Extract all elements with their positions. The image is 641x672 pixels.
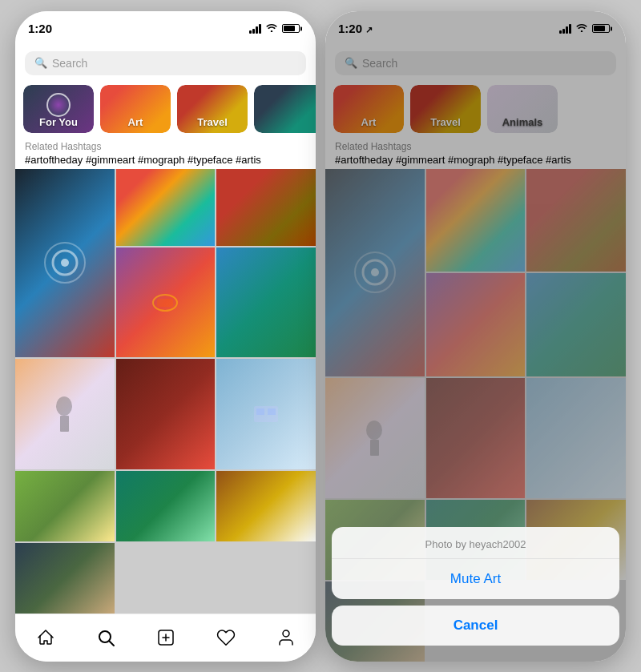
- wifi-icon: [265, 22, 278, 34]
- chip-travel-left[interactable]: Travel: [177, 85, 248, 133]
- photo-cell-3[interactable]: [216, 169, 316, 247]
- svg-rect-6: [60, 416, 69, 432]
- svg-rect-8: [256, 408, 264, 415]
- hashtags-section-left: Related Hashtags #artoftheday #gimmeart …: [15, 138, 316, 169]
- hashtags-text-left: #artoftheday #gimmeart #mograph #typefac…: [25, 154, 306, 166]
- search-placeholder-left: Search: [52, 57, 87, 70]
- status-bar-left: 1:20: [15, 11, 316, 46]
- photo-cell-1[interactable]: [15, 169, 115, 358]
- categories-left: For You Art Travel: [15, 80, 316, 138]
- action-sheet-options: Photo by heyach2002 Mute Art: [332, 527, 619, 599]
- avatar-for-you: [46, 93, 71, 117]
- action-sheet-overlay: Photo by heyach2002 Mute Art Cancel: [325, 11, 626, 662]
- photo-cell-12[interactable]: [15, 543, 115, 614]
- status-time-left: 1:20: [28, 22, 52, 35]
- photo-cell-7[interactable]: [116, 359, 216, 469]
- mute-art-button[interactable]: Mute Art: [332, 559, 619, 599]
- svg-point-2: [61, 259, 69, 267]
- photo-cell-9[interactable]: [15, 471, 115, 541]
- nav-add[interactable]: [148, 620, 183, 655]
- chip-art-left[interactable]: Art: [100, 85, 171, 133]
- battery-icon: [282, 24, 300, 33]
- photo-cell-4[interactable]: [116, 247, 216, 357]
- action-sheet-title: Photo by heyach2002: [332, 527, 619, 559]
- action-sheet: Photo by heyach2002 Mute Art Cancel: [325, 527, 626, 662]
- chip-label-art-left: Art: [100, 116, 171, 128]
- photo-cell-10[interactable]: [116, 471, 216, 541]
- svg-rect-9: [268, 408, 276, 415]
- photo-cell-8[interactable]: [216, 359, 316, 469]
- photo-cell-2[interactable]: [116, 169, 216, 247]
- svg-point-15: [283, 630, 289, 637]
- photo-cell-5[interactable]: [216, 247, 316, 357]
- photo-grid-left: [15, 169, 316, 614]
- status-icons-left: [249, 22, 300, 34]
- hashtags-label-left: Related Hashtags: [25, 141, 306, 152]
- chip-label-for-you: For You: [23, 116, 94, 128]
- right-phone: 1:20 ↗ 🔍 Search: [325, 11, 626, 662]
- search-bar-left[interactable]: 🔍 Search: [15, 46, 316, 80]
- photo-cell-6[interactable]: [15, 359, 115, 469]
- search-icon-left: 🔍: [34, 57, 47, 69]
- svg-rect-4: [157, 299, 173, 307]
- chip-label-travel-left: Travel: [177, 116, 248, 128]
- bottom-nav-left: [15, 614, 316, 662]
- chip-for-you[interactable]: For You: [23, 85, 94, 133]
- svg-line-11: [109, 642, 114, 646]
- nav-home[interactable]: [28, 620, 63, 655]
- svg-point-5: [56, 396, 72, 416]
- nav-search[interactable]: [88, 620, 123, 655]
- cancel-button[interactable]: Cancel: [332, 606, 619, 646]
- photo-cell-11[interactable]: [216, 471, 316, 541]
- action-sheet-cancel-group: Cancel: [332, 606, 619, 646]
- nav-profile[interactable]: [268, 620, 304, 655]
- left-phone: 1:20 🔍 Search: [15, 11, 316, 662]
- chip-extra-left[interactable]: [254, 85, 316, 133]
- nav-heart[interactable]: [208, 620, 244, 655]
- signal-icon: [249, 24, 261, 34]
